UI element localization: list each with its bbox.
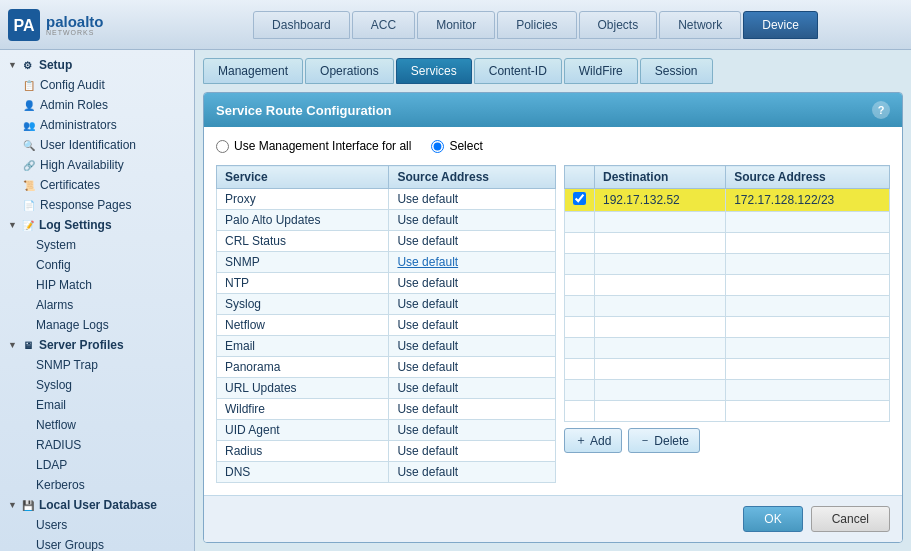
radio-select[interactable]: Select bbox=[431, 139, 482, 153]
row-checkbox[interactable] bbox=[573, 192, 586, 205]
empty-row bbox=[565, 338, 890, 359]
sidebar-item-netflow[interactable]: Netflow bbox=[0, 415, 194, 435]
table-row[interactable]: NetflowUse default bbox=[217, 315, 556, 336]
sidebar-item-users[interactable]: Users bbox=[0, 515, 194, 535]
nav-tab-acc[interactable]: ACC bbox=[352, 11, 415, 39]
table-row[interactable]: DNSUse default bbox=[217, 462, 556, 483]
radio-use-mgmt[interactable]: Use Management Interface for all bbox=[216, 139, 411, 153]
sub-tab-wildfire[interactable]: WildFire bbox=[564, 58, 638, 84]
sidebar-item-snmp-trap[interactable]: SNMP Trap bbox=[0, 355, 194, 375]
sidebar-item-kerberos[interactable]: Kerberos bbox=[0, 475, 194, 495]
source-cell: Use default bbox=[389, 462, 556, 483]
table-row[interactable]: SNMPUse default bbox=[217, 252, 556, 273]
main-nav-tabs: Dashboard ACC Monitor Policies Objects N… bbox=[160, 11, 911, 39]
sub-tab-management[interactable]: Management bbox=[203, 58, 303, 84]
service-col-header: Service bbox=[217, 166, 389, 189]
sidebar-item-config-audit[interactable]: 📋 Config Audit bbox=[0, 75, 194, 95]
nav-tab-device[interactable]: Device bbox=[743, 11, 818, 39]
source-address-right-col-header: Source Address bbox=[726, 166, 890, 189]
source-cell: Use default bbox=[389, 378, 556, 399]
sub-tab-content-id[interactable]: Content-ID bbox=[474, 58, 562, 84]
sidebar-item-config[interactable]: Config bbox=[0, 255, 194, 275]
add-button[interactable]: ＋ Add bbox=[564, 428, 622, 453]
service-cell: Syslog bbox=[217, 294, 389, 315]
left-table-container: Service Source Address ProxyUse defaultP… bbox=[216, 165, 556, 483]
table-row[interactable]: SyslogUse default bbox=[217, 294, 556, 315]
nav-tab-monitor[interactable]: Monitor bbox=[417, 11, 495, 39]
delete-button[interactable]: － Delete bbox=[628, 428, 700, 453]
sidebar-label-netflow: Netflow bbox=[36, 418, 76, 432]
sub-tab-session[interactable]: Session bbox=[640, 58, 713, 84]
table-row[interactable]: EmailUse default bbox=[217, 336, 556, 357]
sidebar-item-email[interactable]: Email bbox=[0, 395, 194, 415]
nav-tab-dashboard[interactable]: Dashboard bbox=[253, 11, 350, 39]
radio-use-mgmt-label: Use Management Interface for all bbox=[234, 139, 411, 153]
sidebar-item-hip-match[interactable]: HIP Match bbox=[0, 275, 194, 295]
logo-sub-text: NETWORKS bbox=[46, 29, 104, 36]
setup-icon: ⚙ bbox=[21, 58, 35, 72]
service-cell: CRL Status bbox=[217, 231, 389, 252]
radio-group: Use Management Interface for all Select bbox=[216, 139, 890, 153]
sidebar-item-user-id[interactable]: 🔍 User Identification bbox=[0, 135, 194, 155]
sub-tab-operations[interactable]: Operations bbox=[305, 58, 394, 84]
sidebar-item-alarms[interactable]: Alarms bbox=[0, 295, 194, 315]
nav-tab-network[interactable]: Network bbox=[659, 11, 741, 39]
expand-icon: ▼ bbox=[8, 60, 17, 70]
table-row[interactable]: NTPUse default bbox=[217, 273, 556, 294]
pa-logo-icon: PA bbox=[8, 9, 40, 41]
source-cell: Use default bbox=[389, 294, 556, 315]
table-row[interactable]: CRL StatusUse default bbox=[217, 231, 556, 252]
sidebar-item-certificates[interactable]: 📜 Certificates bbox=[0, 175, 194, 195]
snmp-link[interactable]: Use default bbox=[397, 255, 458, 269]
cancel-button[interactable]: Cancel bbox=[811, 506, 890, 532]
table-row[interactable]: ProxyUse default bbox=[217, 189, 556, 210]
sidebar-item-server-profiles[interactable]: ▼ 🖥 Server Profiles bbox=[0, 335, 194, 355]
sidebar-label-system: System bbox=[36, 238, 76, 252]
content-area: Management Operations Services Content-I… bbox=[195, 50, 911, 551]
admin-roles-icon: 👤 bbox=[22, 98, 36, 112]
table-row[interactable]: RadiusUse default bbox=[217, 441, 556, 462]
table-row[interactable]: PanoramaUse default bbox=[217, 357, 556, 378]
nav-tab-policies[interactable]: Policies bbox=[497, 11, 576, 39]
sidebar-label-local-user-db: Local User Database bbox=[39, 498, 157, 512]
user-id-icon: 🔍 bbox=[22, 138, 36, 152]
source-cell: Use default bbox=[389, 273, 556, 294]
sidebar-item-log-settings[interactable]: ▼ 📝 Log Settings bbox=[0, 215, 194, 235]
nav-tab-objects[interactable]: Objects bbox=[579, 11, 658, 39]
table-row[interactable]: WildfireUse default bbox=[217, 399, 556, 420]
table-row[interactable]: URL UpdatesUse default bbox=[217, 378, 556, 399]
sidebar-item-system[interactable]: System bbox=[0, 235, 194, 255]
sub-tab-services[interactable]: Services bbox=[396, 58, 472, 84]
sidebar-item-response-pages[interactable]: 📄 Response Pages bbox=[0, 195, 194, 215]
destination-cell: 192.17.132.52 bbox=[595, 189, 726, 212]
service-route-dialog: Service Route Configuration ? Use Manage… bbox=[203, 92, 903, 543]
source-cell: Use default bbox=[389, 441, 556, 462]
sidebar-item-radius[interactable]: RADIUS bbox=[0, 435, 194, 455]
radio-use-mgmt-input[interactable] bbox=[216, 140, 229, 153]
sidebar-item-ldap[interactable]: LDAP bbox=[0, 455, 194, 475]
checkbox-cell[interactable] bbox=[565, 189, 595, 212]
sidebar-item-ha[interactable]: 🔗 High Availability bbox=[0, 155, 194, 175]
service-cell: Palo Alto Updates bbox=[217, 210, 389, 231]
sidebar-item-admin-roles[interactable]: 👤 Admin Roles bbox=[0, 95, 194, 115]
dialog-body: Use Management Interface for all Select bbox=[204, 127, 902, 495]
sidebar-item-local-user-db[interactable]: ▼ 💾 Local User Database bbox=[0, 495, 194, 515]
ok-button[interactable]: OK bbox=[743, 506, 802, 532]
sidebar-item-administrators[interactable]: 👥 Administrators bbox=[0, 115, 194, 135]
source-cell: Use default bbox=[389, 420, 556, 441]
service-cell: Wildfire bbox=[217, 399, 389, 420]
sidebar-item-setup[interactable]: ▼ ⚙ Setup bbox=[0, 55, 194, 75]
dialog-help-button[interactable]: ? bbox=[872, 101, 890, 119]
radio-select-input[interactable] bbox=[431, 140, 444, 153]
table-row[interactable]: 192.17.132.52172.17.128.122/23 bbox=[565, 189, 890, 212]
table-row[interactable]: UID AgentUse default bbox=[217, 420, 556, 441]
source-cell: Use default bbox=[389, 231, 556, 252]
source-cell: Use default bbox=[389, 189, 556, 210]
table-row[interactable]: Palo Alto UpdatesUse default bbox=[217, 210, 556, 231]
service-cell: Proxy bbox=[217, 189, 389, 210]
sidebar-item-user-groups[interactable]: User Groups bbox=[0, 535, 194, 551]
sidebar-item-manage-logs[interactable]: Manage Logs bbox=[0, 315, 194, 335]
dialog-header: Service Route Configuration ? bbox=[204, 93, 902, 127]
sidebar-item-syslog[interactable]: Syslog bbox=[0, 375, 194, 395]
empty-row bbox=[565, 317, 890, 338]
